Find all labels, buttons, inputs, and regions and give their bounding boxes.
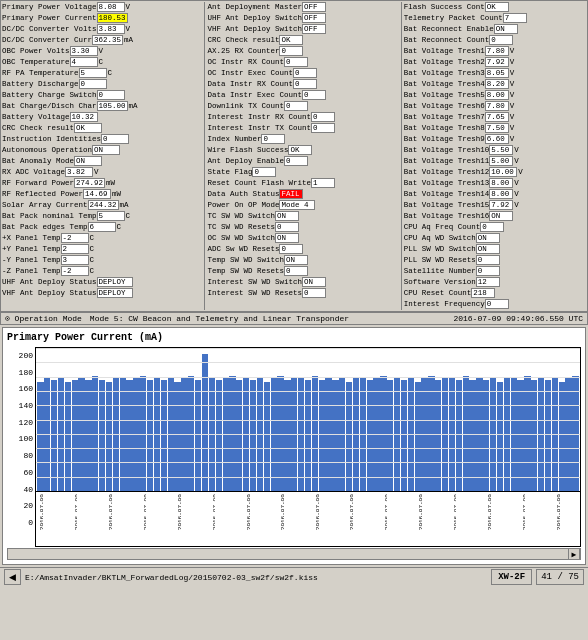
chart-container: Primary Power Current (mA) 200 180 160 1… <box>2 327 586 565</box>
unit3-15: V <box>517 168 523 176</box>
page-info: 41 / 75 <box>536 569 584 585</box>
label2-2: VHF Ant Deploy Switch <box>207 25 302 33</box>
bar <box>174 382 180 491</box>
val3-1: 7 <box>503 13 527 23</box>
row-mz-panel-temp: -Z Panel Temp -2 C <box>2 266 202 276</box>
bar <box>37 382 43 491</box>
x-axis-labels: 2016-07-09 00:00:002016-07-09 00:50:0020… <box>36 491 580 546</box>
row-bat-edge-temp: Bat Pack edges Temp 6 C <box>2 222 202 232</box>
val-mypt: 3 <box>61 255 89 265</box>
x-axis-label-container <box>98 494 105 544</box>
val-ba: ON <box>74 156 102 166</box>
x-axis-label-container <box>284 494 291 544</box>
row2-10: Interest Instr RX Count 0 <box>207 112 398 122</box>
scrollbar-right-btn[interactable]: ▶ <box>568 548 580 560</box>
x-axis-label-container <box>112 494 119 544</box>
row-primary-power-voltage: Primary Power Voltage 8.08 V <box>2 2 202 12</box>
label-rfpa: RF PA Temperature <box>2 69 79 77</box>
val3-22: ON <box>476 244 500 254</box>
val-ppc: 180.53 <box>97 13 128 23</box>
val-bnt: 5 <box>97 211 125 221</box>
x-axis-label-container <box>201 494 208 544</box>
bar <box>106 382 112 491</box>
label2-20: TC SW WD Resets <box>207 223 275 231</box>
bar <box>524 376 530 491</box>
x-axis-label-container <box>429 494 436 544</box>
x-axis-label-container <box>401 494 408 544</box>
row-rf-fwd: RF Forward Power 274.92 mW <box>2 178 202 188</box>
val2-21: ON <box>275 233 299 243</box>
bar <box>476 378 482 491</box>
unit-rfpa: C <box>107 69 113 77</box>
label3-20: CPU Aq Freq Count <box>404 223 481 231</box>
label3-6: Bat Voltage Tresh3 <box>404 69 485 77</box>
x-axis-label-container <box>505 494 512 544</box>
label-bd: Battery Discharge <box>2 80 79 88</box>
x-axis-label-container: 2016-07-09 10:00:00 <box>449 494 456 544</box>
x-axis-label-container <box>291 494 298 544</box>
label-ii: Instruction Identities <box>2 135 101 143</box>
label-rfref: RF Reflected Power <box>2 190 83 198</box>
x-axis-label-container <box>394 494 401 544</box>
x-axis-label-container: 2016-07-09 07:30:00 <box>346 494 353 544</box>
label2-9: Downlink TX Count <box>207 102 284 110</box>
row-bat-discharge: Battery Discharge 0 <box>2 79 202 89</box>
val-bv: 10.32 <box>70 112 98 122</box>
unit-dcc: mA <box>123 36 133 44</box>
row3-7: Bat Voltage Tresh4 8.20 V <box>404 79 586 89</box>
label-crc: CRC Check result <box>2 124 74 132</box>
bar <box>188 376 194 491</box>
row-rf-ref: RF Reflected Power 14.69 mW <box>2 189 202 199</box>
x-axis-label-container <box>126 494 133 544</box>
unit3-16: V <box>513 179 519 187</box>
label2-23: Temp SW WD Switch <box>207 256 284 264</box>
unit3-11: V <box>509 124 515 132</box>
val-obcv: 3.30 <box>70 46 98 56</box>
mode-bar: ⊙ Operation Mode Mode 5: CW Beacon and T… <box>0 312 588 325</box>
val3-11: 7.50 <box>485 123 509 133</box>
x-axis-label-container <box>167 494 174 544</box>
row2-0: Ant Deployment Master OFF <box>207 2 398 12</box>
label2-12: Index Number <box>207 135 261 143</box>
row3-21: CPU Aq WD Switch ON <box>404 233 586 243</box>
chart-bars <box>36 348 580 491</box>
label-rxadc: RX ADC Voltage <box>2 168 65 176</box>
x-axis-label-container: 2016-07-09 05:50:00 <box>277 494 284 544</box>
row3-24: Satellite Number 0 <box>404 266 586 276</box>
bar <box>126 380 132 491</box>
label3-24: Satellite Number <box>404 267 476 275</box>
val2-18: Mode 4 <box>279 200 315 210</box>
val3-18: 7.92 <box>489 200 513 210</box>
y-label-20: 20 <box>23 501 33 510</box>
row3-12: Bat Voltage Tresh9 6.60 V <box>404 134 586 144</box>
x-axis-label-container <box>236 494 243 544</box>
label2-7: Data Instr RX Count <box>207 80 293 88</box>
x-axis-label-container <box>146 494 153 544</box>
prev-page-button[interactable]: ◀ <box>4 569 21 585</box>
bar <box>325 378 331 491</box>
row2-26: Interest SW WD Resets 0 <box>207 288 398 298</box>
x-axis-label-container <box>477 494 484 544</box>
val3-27: 0 <box>485 299 509 309</box>
y-label-200: 200 <box>19 351 33 360</box>
label2-25: Interest SW WD Switch <box>207 278 302 286</box>
label3-25: Software Version <box>404 278 476 286</box>
x-axis-label-container <box>387 494 394 544</box>
val2-22: 0 <box>279 244 303 254</box>
val2-7: 0 <box>293 79 317 89</box>
label3-15: Bat Voltage Tresh12 <box>404 168 490 176</box>
bar <box>243 378 249 491</box>
row3-4: Bat Voltage Tresh1 7.80 V <box>404 46 586 56</box>
x-axis-label-container <box>325 494 332 544</box>
label-obct: OBC Temperature <box>2 58 70 66</box>
val3-14: 5.00 <box>489 156 513 166</box>
label2-1: UHF Ant Deploy Switch <box>207 14 302 22</box>
unit-sc: mA <box>119 201 129 209</box>
val2-25: ON <box>302 277 326 287</box>
bar <box>284 380 290 491</box>
x-axis-label-container <box>539 494 546 544</box>
label-sc: Solar Array Current <box>2 201 88 209</box>
unit-obcv: V <box>98 47 104 55</box>
telemetry-col1: Primary Power Voltage 8.08 V Primary Pow… <box>2 2 202 310</box>
label2-10: Interest Instr RX Count <box>207 113 311 121</box>
